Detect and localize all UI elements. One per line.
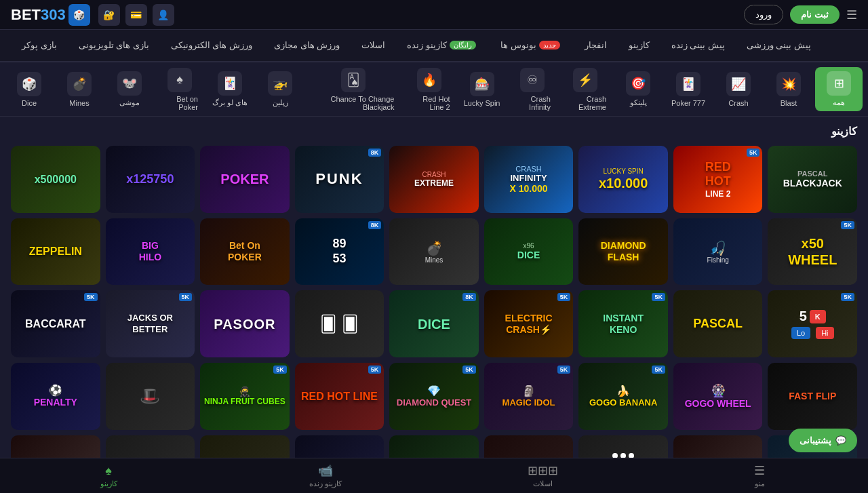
game-card-x125[interactable]: x125750 <box>106 146 195 213</box>
game-card-pascal[interactable]: PASCAL <box>673 290 763 357</box>
scroll-item-blackjack[interactable]: 🂡 Chance To Change Blackjack <box>307 64 399 115</box>
game-card-unknown-hat[interactable]: 🎩 <box>106 363 195 430</box>
lock-icon-btn[interactable]: 🔐 <box>98 4 120 26</box>
bottom-nav-slots[interactable]: ⊞⊞⊞ اسلات <box>522 463 563 488</box>
game-card-instant-keno[interactable]: INSTANTKENO 5K <box>578 290 668 357</box>
scroll-item-crash-extreme[interactable]: ⚡ Crash Extreme <box>559 64 612 115</box>
game-card-red-hot-2[interactable]: RED HOT LINE 5K <box>295 363 384 430</box>
game-title: x500000 <box>35 173 77 186</box>
game-card-dice[interactable]: x96 DICE <box>484 218 574 285</box>
game-card-jacks-better[interactable]: JACKS ORBETTER 5K <box>106 290 195 357</box>
game-card-x500[interactable]: x500000 <box>11 146 100 213</box>
game-overlay: CRASH EXTREME <box>389 146 479 213</box>
game-card-red-hot[interactable]: REDHOT LINE 2 5K <box>673 146 763 213</box>
scroll-item-crash[interactable]: 📈 Crash <box>715 68 762 111</box>
game-card-penalty[interactable]: ⚽ PENALTY <box>11 363 100 430</box>
game-title: RED HOT LINE <box>301 390 378 403</box>
scroll-item-hilo[interactable]: 🃏 های لو برگ <box>206 67 254 111</box>
nav-item-poker[interactable]: بازی پوکر <box>11 30 68 62</box>
game-card-dice-green[interactable]: DICE 8K <box>389 290 479 357</box>
crash-extreme-icon: ⚡ <box>573 68 597 92</box>
game-overlay: PASOOR <box>200 290 290 357</box>
game-title: PUNK <box>315 170 363 188</box>
game-card-magic-idol[interactable]: 🗿 MAGIC IDOL 5K <box>484 363 574 430</box>
login-button[interactable]: ورود <box>744 5 783 24</box>
nav-item-casino[interactable]: کازینو <box>618 30 660 62</box>
scroll-item-red-hot[interactable]: 🔥 Red Hot Line 2 <box>402 64 455 115</box>
game-card-pasoor[interactable]: PASOOR <box>200 290 290 357</box>
bet-poker-icon: ♠ <box>167 68 192 92</box>
scroll-item-all[interactable]: ⊞ همه <box>815 67 863 111</box>
scroll-item-label: پلینکو <box>630 98 647 107</box>
bottom-nav-menu[interactable]: ☰ منو <box>739 463 780 488</box>
game-title: EXTREME <box>414 178 454 188</box>
nav-item-bonus[interactable]: جدید بونوس ها <box>490 30 574 62</box>
game-card-bet-on-poker[interactable]: Bet OnPOKER <box>200 218 290 285</box>
game-title: BIGHILO <box>139 240 161 263</box>
game-card-pascal-hilo[interactable]: K 5 Hi Lo 5K <box>768 290 857 357</box>
scroll-item-blast[interactable]: 💥 Blast <box>765 68 812 111</box>
game-badge: 8K <box>368 221 382 229</box>
bottom-nav-live-casino[interactable]: 📹 کازینو زنده <box>305 463 346 488</box>
game-card-50wheel[interactable]: x50WHEEL 5K <box>768 218 857 285</box>
game-card-electric-crash[interactable]: ELECTRIC⚡CRASH 5K <box>484 290 574 357</box>
game-card-poker[interactable]: POKER <box>200 146 290 213</box>
scroll-item-poker777[interactable]: 🃏 Poker 777 <box>665 68 712 111</box>
nav-label: بازی های تلویزیونی <box>79 40 149 50</box>
game-card-baccarat[interactable]: BACCARAT 5K <box>11 290 100 357</box>
game-card-diamond-flash[interactable]: DIAMONDFLASH <box>578 218 668 285</box>
nav-label: انفجار <box>585 40 607 50</box>
nav-item-live-betting[interactable]: پیش بینی زنده <box>660 30 736 62</box>
game-card-mines[interactable]: 💣 Mines <box>389 218 479 285</box>
number-5: 5 <box>800 309 807 324</box>
menu-icon[interactable]: ☰ <box>846 7 857 22</box>
user-icon-btn[interactable]: 👤 <box>153 4 174 26</box>
support-button[interactable]: 💬 پشتیبانی <box>789 429 857 452</box>
game-card-gogo-banana[interactable]: 🍌 GOGO BANANA 5K <box>578 363 668 430</box>
game-card-ninja[interactable]: 🥷 NINJA FRUIT CUBES 5K <box>200 363 290 430</box>
bottom-nav-casino[interactable]: ♠ کازینو <box>88 464 129 488</box>
blast-icon: 💥 <box>776 72 801 96</box>
nav-item-slots[interactable]: اسلات <box>351 30 396 62</box>
game-badge: 8K <box>462 293 476 301</box>
scroll-item-mushi[interactable]: 🐭 موشی <box>106 67 153 111</box>
plinko-icon: 🎯 <box>626 71 650 96</box>
nav-item-tv-games[interactable]: بازی های تلویزیونی <box>68 30 160 62</box>
games-row-4: FAST FLIP 🎡 GOGO WHEEL 🍌 GOGO BANANA 5K … <box>11 363 857 430</box>
game-title: PASCAL <box>693 317 743 332</box>
scroll-item-bet-poker[interactable]: ♠ Bet on Poker <box>156 64 203 115</box>
dice-icon: 🎲 <box>17 72 41 96</box>
game-overlay: CRASH INFINITY X 10.000 <box>484 146 574 213</box>
game-card-punk[interactable]: PUNK 8K <box>295 146 384 213</box>
game-title: PASOOR <box>214 316 275 332</box>
game-title: BACCARAT <box>25 317 85 330</box>
scroll-item-crash-infinity[interactable]: ♾ Crash Infinity <box>509 64 556 115</box>
nav-bar: پیش بینی ورزشی پیش بینی زنده کازینو انفج… <box>0 30 868 62</box>
scroll-item-plinko[interactable]: 🎯 پلینکو <box>614 67 662 111</box>
game-card-fishing[interactable]: 🎣 Fishing <box>673 218 763 285</box>
game-card-zeppelin[interactable]: ZEPPELIN <box>11 218 100 285</box>
scroll-item-zeppelin[interactable]: 🚁 زپلین <box>256 67 304 111</box>
game-card-lucky-spin[interactable]: LUCKY SPIN x10.000 <box>578 146 668 213</box>
nav-item-live-casino[interactable]: رایگان کازینو زنده <box>396 30 490 62</box>
wallet-icon-btn[interactable]: 💳 <box>125 4 147 26</box>
game-card-gogo-wheel[interactable]: 🎡 GOGO WHEEL <box>673 363 763 430</box>
game-card-crash-infinity[interactable]: CRASH INFINITY X 10.000 <box>484 146 574 213</box>
scroll-item-label: Bet on Poker <box>161 95 198 111</box>
game-card-cards[interactable]: 🂠 🂠 <box>295 290 384 357</box>
nav-item-explosion[interactable]: انفجار <box>574 30 618 62</box>
nav-item-esports[interactable]: ورزش های الکترونیکی <box>160 30 263 62</box>
register-button[interactable]: ثبت نام <box>790 5 840 24</box>
nav-label: ورزش های مجازی <box>274 40 340 50</box>
scroll-item-dice[interactable]: 🎲 Dice <box>5 68 53 111</box>
scroll-item-lucky-spin[interactable]: 🎰 Lucky Spin <box>458 68 506 111</box>
game-card-big-hilo[interactable]: BIGHILO <box>106 218 195 285</box>
game-card-8953[interactable]: 8953 8K <box>295 218 384 285</box>
game-card-fast-flip[interactable]: FAST FLIP <box>768 363 857 430</box>
game-card-crash-extreme[interactable]: CRASH EXTREME <box>389 146 479 213</box>
nav-item-sports-betting[interactable]: پیش بینی ورزشی <box>736 30 822 62</box>
game-card-blackjack[interactable]: PASCAL BLACKJACK <box>768 146 857 213</box>
scroll-item-mines[interactable]: 💣 Mines <box>56 68 103 111</box>
nav-item-virtual-sports[interactable]: ورزش های مجازی <box>263 30 351 62</box>
game-card-diamond-quest[interactable]: 💎 DIAMOND QUEST 5K <box>389 363 479 430</box>
